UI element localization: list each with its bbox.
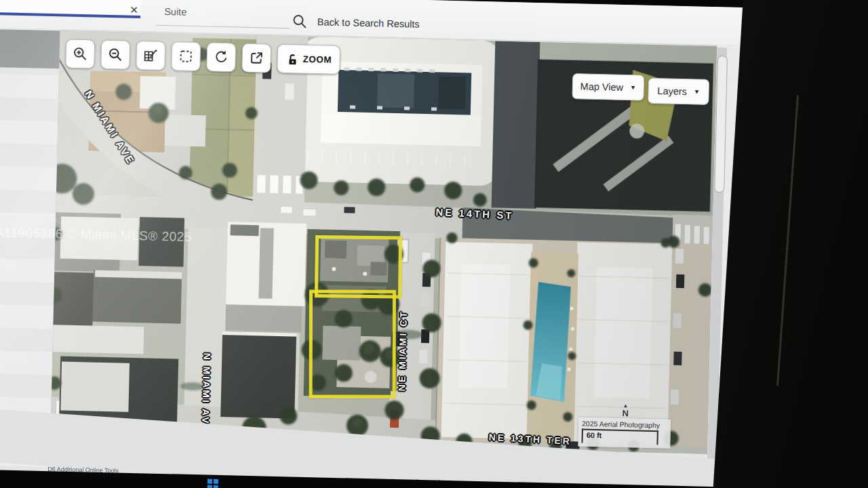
sidebar-header-block [0, 29, 60, 68]
scrollbar-thumb[interactable] [714, 56, 728, 192]
windows-start-icon[interactable] [208, 479, 218, 488]
industrial-buildings [51, 212, 184, 424]
screen-content: ✕ Suite Back to Search Results [0, 0, 751, 488]
center-buildings [220, 222, 307, 419]
zoom-in-button[interactable] [65, 39, 95, 68]
street-label-ne-miami-ct: NE MIAMI CT [396, 310, 409, 391]
zoom-button-label: ZOOM [302, 54, 332, 65]
select-area-button[interactable] [171, 41, 201, 71]
layers-label: Layers [657, 85, 687, 97]
map-view-dropdown[interactable]: Map View ▼ [572, 73, 644, 100]
back-to-search-results-link[interactable]: Back to Search Results [317, 16, 420, 30]
aerial-attribution: 2025 Aerial Photography [582, 420, 667, 430]
scale-bar: 60 ft [581, 429, 658, 445]
export-button[interactable] [241, 43, 271, 73]
map-view-label: Map View [580, 81, 623, 92]
layers-dropdown[interactable]: Layers ▼ [648, 78, 709, 105]
search-icon[interactable] [292, 13, 309, 30]
monitor-photo: ✕ Suite Back to Search Results [0, 0, 868, 488]
draw-measure-button[interactable] [136, 41, 165, 70]
export-icon [248, 50, 264, 66]
chevron-down-icon: ▼ [630, 84, 636, 91]
zoom-lock-button[interactable]: ZOOM [277, 44, 340, 75]
map-scale-box: 2025 Aerial Photography 60 ft [578, 417, 671, 448]
monitor-edge-highlight [776, 95, 799, 386]
reset-rotate-icon [213, 49, 229, 66]
close-tab-icon[interactable]: ✕ [130, 4, 138, 16]
parcel-outline-south [309, 289, 396, 398]
zoom-out-button[interactable] [100, 40, 130, 70]
select-area-icon [178, 48, 194, 64]
lock-icon [285, 52, 298, 66]
suite-search-input[interactable]: Suite [157, 3, 290, 30]
zoom-in-icon [72, 46, 88, 62]
compass-north: ▲ N [622, 402, 629, 417]
draw-measure-icon [142, 47, 159, 64]
suite-field-label: Suite [164, 6, 186, 18]
zoom-out-icon [107, 47, 123, 63]
reset-rotate-button[interactable] [206, 42, 236, 72]
chevron-down-icon: ▼ [694, 88, 700, 95]
input-underline [157, 25, 290, 29]
block-topright [492, 41, 714, 213]
street-label-n-miami-av: N MIAMI AV [200, 352, 213, 425]
condo-complex [435, 238, 712, 447]
